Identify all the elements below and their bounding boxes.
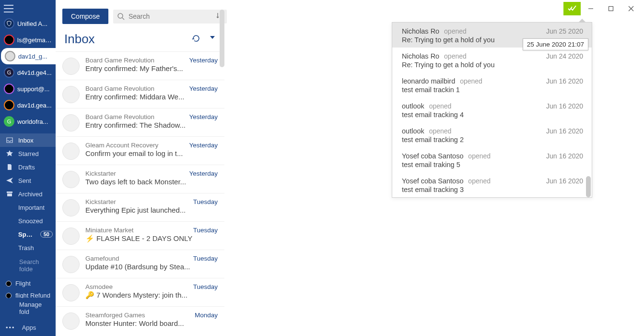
custom-folder-0[interactable]: Flight <box>0 277 56 289</box>
folder-inbox[interactable]: Inbox <box>0 133 56 147</box>
email-tracker-button[interactable] <box>563 2 581 15</box>
folder-trash[interactable]: Trash <box>0 241 56 254</box>
tracker-row[interactable]: Yosef coba Santoso openedJun 16 2020test… <box>392 172 592 197</box>
folder-snoozed[interactable]: Snoozed <box>0 214 56 228</box>
message-subject: Everything Epic just launched... <box>85 206 218 214</box>
message-row[interactable]: Board Game RevolutionYesterdayEntry conf… <box>56 80 224 108</box>
tracker-subject: test email tracking 4 <box>402 111 583 119</box>
account-label: dav1d.gea... <box>17 102 52 109</box>
account-item-4[interactable]: support@... <box>0 81 56 97</box>
account-avatar-icon <box>4 100 14 110</box>
account-label: worldofra... <box>17 118 48 125</box>
tracker-subject: test email trackin 1 <box>402 86 583 94</box>
sender-avatar <box>62 199 80 216</box>
account-label: dav1d_g... <box>18 53 47 60</box>
tracker-row[interactable]: outlook openedJun 16 2020test email trac… <box>392 122 592 147</box>
folder-spam[interactable]: Spam50 <box>0 228 56 241</box>
sender-avatar <box>62 114 80 132</box>
account-item-0[interactable]: Unified A... <box>0 15 56 32</box>
folder-sent[interactable]: Sent <box>0 174 56 187</box>
manage-folders-link[interactable]: Manage fold <box>0 298 56 319</box>
folder-label: Starred <box>18 150 39 157</box>
tracker-date: Jun 16 2020 <box>546 127 583 135</box>
message-subject: Two days left to back Monster... <box>85 178 218 186</box>
apps-button[interactable]: ••• Apps <box>0 319 56 336</box>
accounts-list: Unified A...ls@getmail...dav1d_g...Gd4v1… <box>0 15 56 130</box>
folder-label: Drafts <box>18 164 35 171</box>
account-item-5[interactable]: dav1d.gea... <box>0 97 56 113</box>
tracker-row[interactable]: leonardo mailbird openedJun 16 2020test … <box>392 72 592 97</box>
message-sender: Board Game Revolution <box>85 57 154 64</box>
message-row[interactable]: Board Game RevolutionYesterdayEntry conf… <box>56 51 224 80</box>
message-date: Tuesday <box>193 198 218 205</box>
tracker-date: Jun 16 2020 <box>546 102 583 110</box>
message-subject: Entry confirmed: Middara We... <box>85 93 218 101</box>
account-item-1[interactable]: ls@getmail... <box>0 32 56 48</box>
tracker-status: opened <box>460 77 482 85</box>
svg-rect-3 <box>7 192 12 193</box>
folder-label: Sent <box>18 177 31 184</box>
tracker-date: Jun 25 2020 <box>546 27 583 35</box>
account-item-3[interactable]: Gd4v1d.ge4... <box>0 64 56 81</box>
message-date: Yesterday <box>189 142 218 149</box>
maximize-button[interactable] <box>601 2 621 15</box>
message-sender: Asmodee <box>85 283 113 290</box>
folder-dot-icon <box>6 293 12 299</box>
sender-avatar <box>62 312 80 330</box>
tracker-recipient: Nicholas Ro <box>402 52 439 60</box>
message-subject: Update #10 (Bardsung by Stea... <box>85 263 218 271</box>
message-row[interactable]: Miniature MarketTuesday⚡FLASH SALE - 2 D… <box>56 221 224 250</box>
refresh-button[interactable] <box>192 34 200 44</box>
sender-avatar <box>62 143 80 160</box>
message-subject: Entry confirmed: My Father's... <box>85 64 218 72</box>
sender-avatar <box>62 58 80 75</box>
message-row[interactable]: KickstarterYesterdayTwo days left to bac… <box>56 165 224 193</box>
blank-icon <box>6 204 13 211</box>
message-row[interactable]: Board Game RevolutionYesterdayEntry conf… <box>56 108 224 136</box>
close-button[interactable] <box>621 2 641 15</box>
tracker-recipient: Nicholas Ro <box>402 27 439 35</box>
message-row[interactable]: AsmodeeTuesday🔑7 Wonders Mystery: join t… <box>56 278 224 306</box>
account-item-6[interactable]: Gworldofra... <box>0 113 56 130</box>
folder-starred[interactable]: Starred <box>0 147 56 160</box>
svg-rect-2 <box>4 12 13 12</box>
archive-icon <box>6 190 13 198</box>
folder-drafts[interactable]: Drafts <box>0 160 56 174</box>
custom-folder-1[interactable]: flight Refund <box>0 289 56 298</box>
tracker-status: opened <box>444 52 467 60</box>
folder-important[interactable]: Important <box>0 201 56 214</box>
popup-scrollbar[interactable] <box>586 176 591 197</box>
search-input[interactable] <box>129 12 212 20</box>
filter-dropdown-button[interactable] <box>209 34 216 44</box>
hamburger-menu-button[interactable] <box>0 0 56 15</box>
folder-archived[interactable]: Archived <box>0 187 56 201</box>
search-field-wrap[interactable] <box>113 10 227 24</box>
minimize-button[interactable] <box>581 2 601 15</box>
tracker-subject: test email tracking 2 <box>402 136 583 144</box>
account-avatar-icon <box>4 35 14 45</box>
message-sender: Gamefound <box>85 255 119 262</box>
sender-avatar <box>62 284 80 301</box>
tracker-status: opened <box>468 177 491 185</box>
search-folder-label[interactable]: Search folde <box>0 254 56 276</box>
hamburger-icon <box>4 5 13 12</box>
file-icon <box>6 163 13 171</box>
compose-button[interactable]: Compose <box>62 9 108 24</box>
tracker-row[interactable]: outlook openedJun 16 2020test email trac… <box>392 97 592 122</box>
message-row[interactable]: KickstarterTuesdayEverything Epic just l… <box>56 193 224 221</box>
svg-rect-1 <box>4 8 13 9</box>
message-sender: Kickstarter <box>85 170 116 177</box>
list-scrollbar[interactable] <box>220 10 224 67</box>
tracker-row[interactable]: Nicholas Ro openedJun 24 2020Re: Trying … <box>392 48 592 72</box>
folder-label: Spam <box>18 231 34 238</box>
folder-label: Archived <box>18 191 43 198</box>
sender-avatar <box>62 228 80 245</box>
message-row[interactable]: Steamforged GamesMondayMonster Hunter: W… <box>56 306 224 335</box>
sidebar: Unified A...ls@getmail...dav1d_g...Gd4v1… <box>0 0 56 336</box>
message-row[interactable]: Gleam Account RecoveryYesterdayConfirm y… <box>56 136 224 165</box>
message-row[interactable]: GamefoundTuesdayUpdate #10 (Bardsung by … <box>56 250 224 278</box>
inbox-icon <box>6 136 13 144</box>
custom-folder-label: flight Refund <box>15 292 50 298</box>
tracker-row[interactable]: Yosef coba Santoso openedJun 16 2020test… <box>392 147 592 172</box>
account-item-2[interactable]: dav1d_g... <box>1 48 56 64</box>
